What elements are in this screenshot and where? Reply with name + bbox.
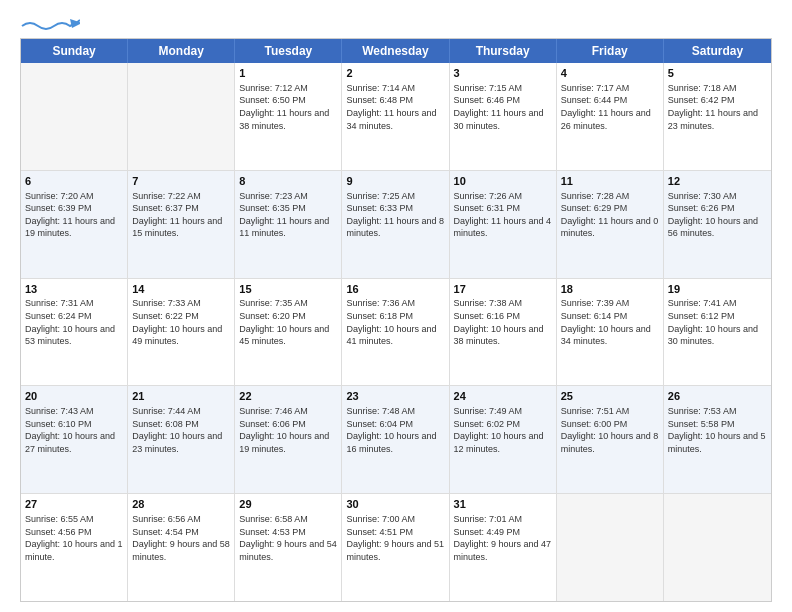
- day-info: Sunrise: 7:20 AM Sunset: 6:39 PM Dayligh…: [25, 190, 123, 240]
- day-cell-15: 15Sunrise: 7:35 AM Sunset: 6:20 PM Dayli…: [235, 279, 342, 386]
- day-number: 28: [132, 497, 230, 512]
- day-info: Sunrise: 7:35 AM Sunset: 6:20 PM Dayligh…: [239, 297, 337, 347]
- day-cell-2: 2Sunrise: 7:14 AM Sunset: 6:48 PM Daylig…: [342, 63, 449, 170]
- day-number: 4: [561, 66, 659, 81]
- day-number: 8: [239, 174, 337, 189]
- day-cell-27: 27Sunrise: 6:55 AM Sunset: 4:56 PM Dayli…: [21, 494, 128, 601]
- day-number: 24: [454, 389, 552, 404]
- day-info: Sunrise: 7:41 AM Sunset: 6:12 PM Dayligh…: [668, 297, 767, 347]
- day-info: Sunrise: 7:26 AM Sunset: 6:31 PM Dayligh…: [454, 190, 552, 240]
- header-cell-saturday: Saturday: [664, 39, 771, 63]
- day-cell-4: 4Sunrise: 7:17 AM Sunset: 6:44 PM Daylig…: [557, 63, 664, 170]
- day-info: Sunrise: 7:15 AM Sunset: 6:46 PM Dayligh…: [454, 82, 552, 132]
- day-number: 16: [346, 282, 444, 297]
- day-info: Sunrise: 7:39 AM Sunset: 6:14 PM Dayligh…: [561, 297, 659, 347]
- day-info: Sunrise: 7:28 AM Sunset: 6:29 PM Dayligh…: [561, 190, 659, 240]
- header: [20, 16, 772, 28]
- logo-wave: [20, 18, 80, 28]
- day-number: 23: [346, 389, 444, 404]
- day-cell-8: 8Sunrise: 7:23 AM Sunset: 6:35 PM Daylig…: [235, 171, 342, 278]
- day-number: 7: [132, 174, 230, 189]
- day-info: Sunrise: 7:25 AM Sunset: 6:33 PM Dayligh…: [346, 190, 444, 240]
- day-number: 14: [132, 282, 230, 297]
- day-number: 18: [561, 282, 659, 297]
- header-cell-wednesday: Wednesday: [342, 39, 449, 63]
- day-number: 30: [346, 497, 444, 512]
- day-cell-9: 9Sunrise: 7:25 AM Sunset: 6:33 PM Daylig…: [342, 171, 449, 278]
- day-cell-25: 25Sunrise: 7:51 AM Sunset: 6:00 PM Dayli…: [557, 386, 664, 493]
- day-cell-10: 10Sunrise: 7:26 AM Sunset: 6:31 PM Dayli…: [450, 171, 557, 278]
- day-info: Sunrise: 7:12 AM Sunset: 6:50 PM Dayligh…: [239, 82, 337, 132]
- header-cell-sunday: Sunday: [21, 39, 128, 63]
- day-info: Sunrise: 7:18 AM Sunset: 6:42 PM Dayligh…: [668, 82, 767, 132]
- day-cell-22: 22Sunrise: 7:46 AM Sunset: 6:06 PM Dayli…: [235, 386, 342, 493]
- day-cell-7: 7Sunrise: 7:22 AM Sunset: 6:37 PM Daylig…: [128, 171, 235, 278]
- day-cell-19: 19Sunrise: 7:41 AM Sunset: 6:12 PM Dayli…: [664, 279, 771, 386]
- day-number: 29: [239, 497, 337, 512]
- day-number: 15: [239, 282, 337, 297]
- calendar-row-5: 27Sunrise: 6:55 AM Sunset: 4:56 PM Dayli…: [21, 494, 771, 601]
- day-number: 6: [25, 174, 123, 189]
- day-info: Sunrise: 7:48 AM Sunset: 6:04 PM Dayligh…: [346, 405, 444, 455]
- day-cell-17: 17Sunrise: 7:38 AM Sunset: 6:16 PM Dayli…: [450, 279, 557, 386]
- day-info: Sunrise: 7:36 AM Sunset: 6:18 PM Dayligh…: [346, 297, 444, 347]
- day-info: Sunrise: 6:55 AM Sunset: 4:56 PM Dayligh…: [25, 513, 123, 563]
- day-cell-1: 1Sunrise: 7:12 AM Sunset: 6:50 PM Daylig…: [235, 63, 342, 170]
- day-number: 25: [561, 389, 659, 404]
- day-info: Sunrise: 7:43 AM Sunset: 6:10 PM Dayligh…: [25, 405, 123, 455]
- day-cell-14: 14Sunrise: 7:33 AM Sunset: 6:22 PM Dayli…: [128, 279, 235, 386]
- calendar-body: 1Sunrise: 7:12 AM Sunset: 6:50 PM Daylig…: [21, 63, 771, 601]
- day-info: Sunrise: 7:38 AM Sunset: 6:16 PM Dayligh…: [454, 297, 552, 347]
- day-number: 17: [454, 282, 552, 297]
- day-number: 13: [25, 282, 123, 297]
- day-cell-21: 21Sunrise: 7:44 AM Sunset: 6:08 PM Dayli…: [128, 386, 235, 493]
- empty-cell: [664, 494, 771, 601]
- day-info: Sunrise: 7:46 AM Sunset: 6:06 PM Dayligh…: [239, 405, 337, 455]
- day-number: 26: [668, 389, 767, 404]
- day-number: 2: [346, 66, 444, 81]
- day-cell-11: 11Sunrise: 7:28 AM Sunset: 6:29 PM Dayli…: [557, 171, 664, 278]
- empty-cell: [557, 494, 664, 601]
- day-number: 31: [454, 497, 552, 512]
- day-number: 20: [25, 389, 123, 404]
- day-cell-5: 5Sunrise: 7:18 AM Sunset: 6:42 PM Daylig…: [664, 63, 771, 170]
- calendar-header: SundayMondayTuesdayWednesdayThursdayFrid…: [21, 39, 771, 63]
- calendar-row-3: 13Sunrise: 7:31 AM Sunset: 6:24 PM Dayli…: [21, 279, 771, 387]
- day-cell-31: 31Sunrise: 7:01 AM Sunset: 4:49 PM Dayli…: [450, 494, 557, 601]
- day-info: Sunrise: 7:22 AM Sunset: 6:37 PM Dayligh…: [132, 190, 230, 240]
- day-cell-20: 20Sunrise: 7:43 AM Sunset: 6:10 PM Dayli…: [21, 386, 128, 493]
- day-number: 11: [561, 174, 659, 189]
- day-cell-18: 18Sunrise: 7:39 AM Sunset: 6:14 PM Dayli…: [557, 279, 664, 386]
- day-cell-26: 26Sunrise: 7:53 AM Sunset: 5:58 PM Dayli…: [664, 386, 771, 493]
- day-info: Sunrise: 7:44 AM Sunset: 6:08 PM Dayligh…: [132, 405, 230, 455]
- day-cell-12: 12Sunrise: 7:30 AM Sunset: 6:26 PM Dayli…: [664, 171, 771, 278]
- header-cell-friday: Friday: [557, 39, 664, 63]
- calendar: SundayMondayTuesdayWednesdayThursdayFrid…: [20, 38, 772, 602]
- day-info: Sunrise: 7:17 AM Sunset: 6:44 PM Dayligh…: [561, 82, 659, 132]
- day-cell-13: 13Sunrise: 7:31 AM Sunset: 6:24 PM Dayli…: [21, 279, 128, 386]
- day-number: 22: [239, 389, 337, 404]
- day-info: Sunrise: 6:58 AM Sunset: 4:53 PM Dayligh…: [239, 513, 337, 563]
- day-info: Sunrise: 6:56 AM Sunset: 4:54 PM Dayligh…: [132, 513, 230, 563]
- day-number: 19: [668, 282, 767, 297]
- logo: [20, 16, 80, 28]
- day-cell-3: 3Sunrise: 7:15 AM Sunset: 6:46 PM Daylig…: [450, 63, 557, 170]
- day-info: Sunrise: 7:33 AM Sunset: 6:22 PM Dayligh…: [132, 297, 230, 347]
- day-info: Sunrise: 7:51 AM Sunset: 6:00 PM Dayligh…: [561, 405, 659, 455]
- calendar-row-2: 6Sunrise: 7:20 AM Sunset: 6:39 PM Daylig…: [21, 171, 771, 279]
- header-cell-tuesday: Tuesday: [235, 39, 342, 63]
- day-cell-16: 16Sunrise: 7:36 AM Sunset: 6:18 PM Dayli…: [342, 279, 449, 386]
- header-cell-monday: Monday: [128, 39, 235, 63]
- day-info: Sunrise: 7:31 AM Sunset: 6:24 PM Dayligh…: [25, 297, 123, 347]
- day-number: 9: [346, 174, 444, 189]
- day-info: Sunrise: 7:30 AM Sunset: 6:26 PM Dayligh…: [668, 190, 767, 240]
- day-info: Sunrise: 7:23 AM Sunset: 6:35 PM Dayligh…: [239, 190, 337, 240]
- day-info: Sunrise: 7:49 AM Sunset: 6:02 PM Dayligh…: [454, 405, 552, 455]
- day-number: 12: [668, 174, 767, 189]
- day-cell-30: 30Sunrise: 7:00 AM Sunset: 4:51 PM Dayli…: [342, 494, 449, 601]
- day-cell-28: 28Sunrise: 6:56 AM Sunset: 4:54 PM Dayli…: [128, 494, 235, 601]
- day-number: 10: [454, 174, 552, 189]
- empty-cell: [21, 63, 128, 170]
- day-number: 3: [454, 66, 552, 81]
- page: SundayMondayTuesdayWednesdayThursdayFrid…: [0, 0, 792, 612]
